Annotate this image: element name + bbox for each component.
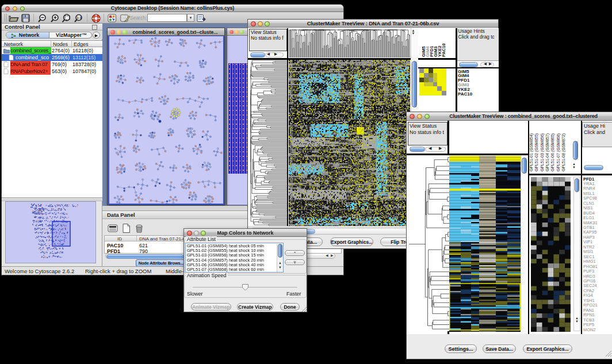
svg-text:1:1: 1:1 [76, 16, 82, 20]
